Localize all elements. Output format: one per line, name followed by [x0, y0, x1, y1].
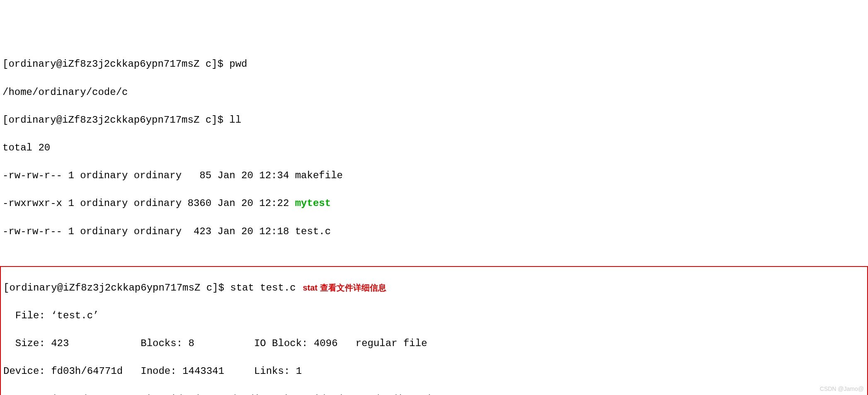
ll-row-testc: -rw-rw-r-- 1 ordinary ordinary 423 Jan 2… — [0, 225, 868, 239]
ll-total: total 20 — [0, 141, 868, 155]
watermark: CSDN @Jamo@ — [820, 385, 864, 393]
stat-device: Device: fd03h/64771d Inode: 1443341 Link… — [1, 364, 867, 378]
prompt: [ordinary@iZf8z3j2ckkap6ypn717msZ c]$ — [3, 282, 230, 293]
stat-size: Size: 423 Blocks: 8 IO Block: 4096 regul… — [1, 337, 867, 351]
stat-file: File: ‘test.c’ — [1, 309, 867, 323]
stat-testc-box: [ordinary@iZf8z3j2ckkap6ypn717msZ c]$ st… — [0, 266, 868, 395]
command-ll: ll — [229, 114, 241, 126]
executable-name: mytest — [295, 198, 331, 209]
stat-access-perms: Access: (0664/-rw-rw-r--) Uid: ( 1001/or… — [1, 393, 867, 395]
ll-row-prefix: -rwxrwxr-x 1 ordinary ordinary 8360 Jan … — [2, 198, 295, 209]
prompt: [ordinary@iZf8z3j2ckkap6ypn717msZ c]$ — [2, 58, 229, 70]
terminal-line: [ordinary@iZf8z3j2ckkap6ypn717msZ c]$ pw… — [0, 57, 868, 71]
ll-row-mytest: -rwxrwxr-x 1 ordinary ordinary 8360 Jan … — [0, 196, 868, 211]
command-pwd: pwd — [229, 58, 247, 70]
ll-row-makefile: -rw-rw-r-- 1 ordinary ordinary 85 Jan 20… — [0, 169, 868, 183]
terminal-line: [ordinary@iZf8z3j2ckkap6ypn717msZ c]$ st… — [1, 281, 867, 295]
command-stat-testc: stat test.c — [230, 282, 296, 293]
pwd-output: /home/ordinary/code/c — [0, 85, 868, 99]
terminal-line: [ordinary@iZf8z3j2ckkap6ypn717msZ c]$ ll — [0, 113, 868, 127]
annotation-stat: stat 查看文件详细信息 — [296, 283, 386, 292]
prompt: [ordinary@iZf8z3j2ckkap6ypn717msZ c]$ — [2, 114, 229, 126]
